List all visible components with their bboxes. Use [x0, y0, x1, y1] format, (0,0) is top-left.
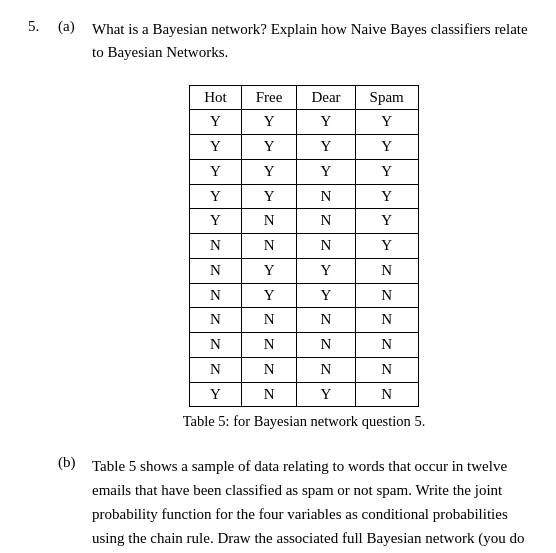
table-cell: Y	[190, 135, 242, 160]
table-cell: Y	[241, 258, 297, 283]
table-cell: Y	[190, 159, 242, 184]
table-cell: N	[355, 382, 418, 407]
table-cell: Y	[355, 184, 418, 209]
table-cell: Y	[241, 283, 297, 308]
table-cell: N	[241, 333, 297, 358]
table-row: YYYY	[190, 135, 418, 160]
table-cell: Y	[297, 283, 355, 308]
part-a-label: (a)	[58, 18, 86, 35]
table-row: NNNN	[190, 333, 418, 358]
table-cell: N	[355, 283, 418, 308]
table-row: YNNY	[190, 209, 418, 234]
table-cell: N	[190, 234, 242, 259]
part-b-number-placeholder	[28, 454, 52, 471]
table-cell: N	[190, 357, 242, 382]
table-cell: N	[355, 357, 418, 382]
table-row: NYYN	[190, 258, 418, 283]
table-row: YYNY	[190, 184, 418, 209]
table-cell: Y	[241, 184, 297, 209]
table-cell: N	[190, 308, 242, 333]
table-cell: Y	[355, 209, 418, 234]
table-row: NNNN	[190, 357, 418, 382]
table-cell: Y	[355, 234, 418, 259]
table-section: Hot Free Dear Spam YYYYYYYYYYYYYYNYYNNYN…	[80, 75, 528, 441]
table-cell: N	[241, 308, 297, 333]
table-row: NNNN	[190, 308, 418, 333]
table-cell: Y	[355, 135, 418, 160]
table-cell: Y	[241, 135, 297, 160]
table-cell: Y	[190, 382, 242, 407]
table-cell: Y	[297, 135, 355, 160]
question-number: 5.	[28, 18, 52, 35]
col-header-hot: Hot	[190, 85, 242, 110]
table-cell: N	[297, 308, 355, 333]
question-header: 5. (a) What is a Bayesian network? Expla…	[28, 18, 528, 65]
table-cell: N	[297, 333, 355, 358]
table-row: YYYY	[190, 159, 418, 184]
part-b-text: Table 5 shows a sample of data relating …	[92, 454, 528, 553]
table-caption: Table 5: for Bayesian network question 5…	[80, 413, 528, 430]
table-cell: Y	[355, 110, 418, 135]
table-cell: N	[190, 258, 242, 283]
col-header-dear: Dear	[297, 85, 355, 110]
data-table: Hot Free Dear Spam YYYYYYYYYYYYYYNYYNNYN…	[189, 85, 418, 408]
table-cell: Y	[355, 159, 418, 184]
table-cell: N	[241, 209, 297, 234]
table-container: Hot Free Dear Spam YYYYYYYYYYYYYYNYYNNYN…	[80, 85, 528, 408]
table-cell: Y	[190, 184, 242, 209]
table-cell: N	[297, 234, 355, 259]
table-cell: Y	[297, 159, 355, 184]
table-row: NNNY	[190, 234, 418, 259]
part-a-text: What is a Bayesian network? Explain how …	[92, 18, 528, 65]
question-block: 5. (a) What is a Bayesian network? Expla…	[28, 18, 528, 553]
table-cell: N	[297, 357, 355, 382]
part-b-block: (b) Table 5 shows a sample of data relat…	[28, 454, 528, 553]
table-cell: Y	[297, 110, 355, 135]
table-row: YNYN	[190, 382, 418, 407]
table-cell: Y	[297, 382, 355, 407]
table-cell: N	[297, 184, 355, 209]
table-cell: Y	[297, 258, 355, 283]
table-cell: N	[355, 258, 418, 283]
table-cell: Y	[190, 110, 242, 135]
table-cell: N	[190, 283, 242, 308]
col-header-spam: Spam	[355, 85, 418, 110]
col-header-free: Free	[241, 85, 297, 110]
table-row: YYYY	[190, 110, 418, 135]
table-cell: N	[241, 357, 297, 382]
table-cell: N	[355, 333, 418, 358]
table-cell: N	[190, 333, 242, 358]
table-cell: N	[297, 209, 355, 234]
table-cell: N	[241, 234, 297, 259]
table-cell: Y	[241, 159, 297, 184]
table-cell: Y	[190, 209, 242, 234]
part-b-label: (b)	[58, 454, 86, 471]
table-cell: Y	[241, 110, 297, 135]
table-row: NYYN	[190, 283, 418, 308]
table-cell: N	[241, 382, 297, 407]
table-cell: N	[355, 308, 418, 333]
